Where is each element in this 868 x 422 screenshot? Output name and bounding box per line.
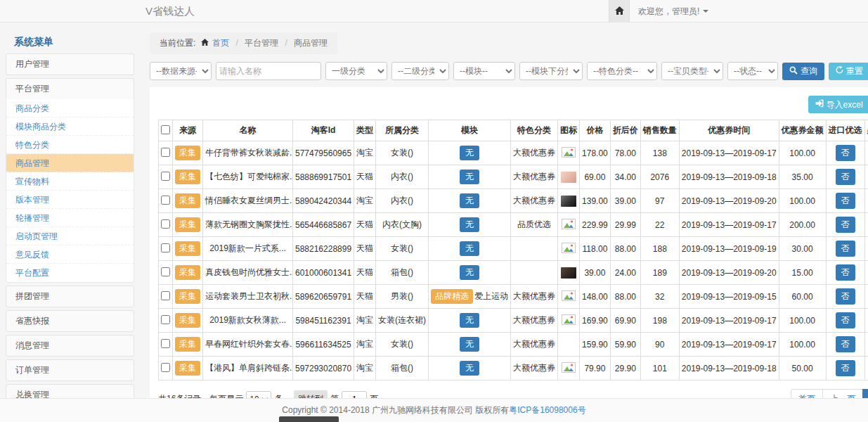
products-panel: 导入excel + 添加 批量删除 来源名称淘客Id类型所属分类 xyxy=(150,87,868,398)
import-select-toggle[interactable]: 否 xyxy=(836,193,855,209)
price-cell: 79.90 xyxy=(580,357,611,381)
source-badge: 采集 xyxy=(175,289,200,304)
row-checkbox-cell xyxy=(159,261,173,285)
sidebar-item-8[interactable]: 意见反馈 xyxy=(6,245,134,264)
category-cell: 男装() xyxy=(376,285,429,309)
coupon-amount-cell: 100.00 xyxy=(779,333,826,357)
icp-link[interactable]: 粤ICP备16098006号 xyxy=(509,405,585,415)
sidebar-item-9[interactable]: 平台配置 xyxy=(6,264,134,282)
row-checkbox[interactable] xyxy=(161,243,170,252)
welcome-text: 欢迎您，管理员! xyxy=(638,6,699,18)
sidebar-group-6[interactable]: 兑换管理 xyxy=(6,384,134,398)
data-source-select[interactable]: --数据来源-- xyxy=(150,62,212,80)
import-select-toggle[interactable]: 否 xyxy=(836,217,855,233)
jump-page-input[interactable] xyxy=(342,391,367,399)
import-select-toggle-cell: 否 xyxy=(826,165,864,189)
sidebar-item-5[interactable]: 版本管理 xyxy=(6,191,134,209)
per-page-select[interactable]: 10 xyxy=(246,391,271,399)
column-header-5: 模块 xyxy=(429,120,511,141)
name-input[interactable] xyxy=(216,62,321,80)
import-select-toggle[interactable]: 否 xyxy=(836,169,855,185)
import-excel-button[interactable]: 导入excel xyxy=(808,96,868,113)
row-checkbox[interactable] xyxy=(161,315,170,324)
must-buy-toggle-cell: 否 xyxy=(864,141,868,165)
sales-cell: 189 xyxy=(640,261,679,285)
row-checkbox[interactable] xyxy=(161,148,170,157)
icon-cell xyxy=(558,213,580,237)
sidebar-item-6[interactable]: 轮播管理 xyxy=(6,209,134,227)
row-checkbox[interactable] xyxy=(161,291,170,300)
module-cell: 无 xyxy=(429,309,511,333)
sidebar-group-4[interactable]: 消息管理 xyxy=(6,335,134,357)
import-select-toggle-cell: 否 xyxy=(826,141,864,165)
feature-category-cell: 大额优惠券 xyxy=(511,357,558,381)
sidebar-group-1[interactable]: 平台管理 xyxy=(6,78,134,99)
column-header-10: 销售数量 xyxy=(640,120,679,141)
breadcrumb-home-link[interactable]: 首页 xyxy=(212,38,229,48)
breadcrumb: 当前位置: 首页 / 平台管理 / 商品管理 xyxy=(150,32,337,54)
sidebar-item-0[interactable]: 商品分类 xyxy=(6,99,134,117)
row-checkbox[interactable] xyxy=(161,196,170,205)
table-row: 采集早春网红针织外套女春...596611634525淘宝女装()无大额优惠券1… xyxy=(159,333,868,357)
coupon-amount-cell: 35.00 xyxy=(779,165,826,189)
sidebar-group-2[interactable]: 拼团管理 xyxy=(6,286,134,307)
source-cell: 采集 xyxy=(173,165,203,189)
taoke-id-cell: 597293020870 xyxy=(293,357,354,381)
breadcrumb-mid: 平台管理 xyxy=(245,38,278,48)
module-subcategory-select[interactable]: --模块下分类-- xyxy=(519,62,583,80)
icon-cell xyxy=(558,261,580,285)
reset-button[interactable]: 重置 xyxy=(829,63,868,80)
row-checkbox[interactable] xyxy=(161,339,170,348)
module-cell: 无 xyxy=(429,333,511,357)
type-cell: 淘宝 xyxy=(354,357,376,381)
row-checkbox[interactable] xyxy=(161,219,170,229)
broken-image-icon xyxy=(562,222,576,231)
import-select-toggle[interactable]: 否 xyxy=(836,241,855,257)
row-checkbox[interactable] xyxy=(161,267,170,276)
import-select-toggle[interactable]: 否 xyxy=(836,360,855,376)
jump-suffix: 页 xyxy=(370,393,378,398)
row-checkbox[interactable] xyxy=(161,363,170,372)
sidebar-item-3[interactable]: 商品管理 xyxy=(6,154,134,172)
home-button[interactable] xyxy=(609,0,630,23)
feature-category-select[interactable]: --特色分类-- xyxy=(587,62,657,80)
import-select-toggle[interactable]: 否 xyxy=(836,336,855,352)
sidebar-item-4[interactable]: 宣传物料 xyxy=(6,172,134,191)
import-select-toggle[interactable]: 否 xyxy=(836,264,855,281)
page-button-0[interactable]: 首页 xyxy=(791,389,823,398)
sidebar-group-5[interactable]: 订单管理 xyxy=(6,359,134,381)
coupon-time-cell: 2019-09-13—2019-09-20 xyxy=(679,261,779,285)
status-select[interactable]: --状态-- xyxy=(727,62,778,80)
import-select-toggle[interactable]: 否 xyxy=(836,145,855,161)
import-select-toggle[interactable]: 否 xyxy=(836,312,855,328)
import-select-toggle[interactable]: 否 xyxy=(836,288,855,305)
level1-category-select[interactable]: 一级分类 xyxy=(325,62,387,80)
content-area: 当前位置: 首页 / 平台管理 / 商品管理 --数据来源--一级分类--二级分… xyxy=(150,32,868,398)
source-cell: 采集 xyxy=(173,285,203,309)
jump-button[interactable]: 跳转到 xyxy=(294,390,328,398)
sidebar-item-2[interactable]: 特色分类 xyxy=(6,136,134,154)
discount-price-cell: 88.00 xyxy=(610,285,640,309)
reset-button-label: 重置 xyxy=(846,66,863,76)
module-cell: 无 xyxy=(429,165,511,189)
sidebar-item-7[interactable]: 启动页管理 xyxy=(6,227,134,245)
page-button-1[interactable]: 上一页 xyxy=(822,389,863,398)
item-type-select[interactable]: --宝贝类型-- xyxy=(661,62,723,80)
column-header-1: 名称 xyxy=(203,120,293,141)
search-button[interactable]: 查询 xyxy=(782,63,824,80)
discount-price-cell: 88.00 xyxy=(610,237,640,261)
row-checkbox[interactable] xyxy=(161,172,170,181)
module-select[interactable]: --模块-- xyxy=(453,62,515,80)
page-button-2[interactable]: 1 xyxy=(862,389,868,398)
sidebar-group-0[interactable]: 用户管理 xyxy=(6,53,134,75)
sidebar-group-3[interactable]: 省惠快报 xyxy=(6,310,134,332)
level2-category-select[interactable]: --二级分类-- xyxy=(391,62,449,80)
user-menu[interactable]: 欢迎您，管理员! xyxy=(630,0,717,23)
must-buy-toggle-cell: 否 xyxy=(864,189,868,213)
sidebar-item-1[interactable]: 模块商品分类 xyxy=(6,117,134,136)
select-all-checkbox[interactable] xyxy=(161,125,170,134)
source-cell: 采集 xyxy=(173,357,203,381)
module-badge: 无 xyxy=(460,193,479,208)
jump-prefix: 第 xyxy=(330,393,339,398)
home-icon xyxy=(615,6,624,17)
